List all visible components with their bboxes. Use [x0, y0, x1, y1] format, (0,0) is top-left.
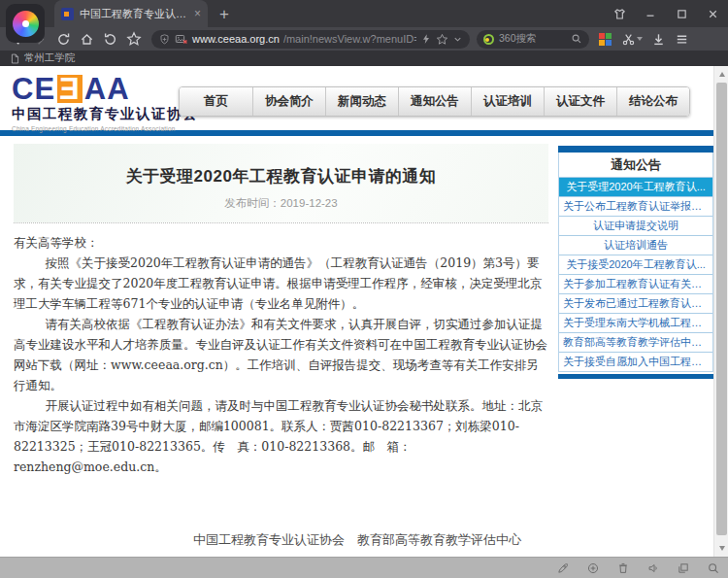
article-header: 关于受理2020年工程教育认证申请的通知 发布时间：2019-12-23 — [14, 144, 548, 222]
hamburger-icon — [675, 32, 689, 47]
sidebar-item-3[interactable]: 认证申请提交说明 — [559, 216, 712, 235]
nav-item-news[interactable]: 新闻动态 — [325, 87, 398, 116]
boost-rocket-icon[interactable] — [556, 561, 570, 575]
browser-tab[interactable]: 中国工程教育专业认证协会 × — [54, 0, 208, 27]
search-icon[interactable] — [571, 33, 582, 45]
nav-item-home[interactable]: 首页 — [180, 87, 252, 116]
apps-grid-icon — [599, 33, 612, 46]
browser-toolbar: www.ceeaa.org.cn/main!newsView.w?menuID=… — [0, 27, 728, 51]
nav-item-training[interactable]: 认证培训 — [471, 87, 544, 116]
paragraph-1: 按照《关于接受2020年工程教育认证申请的通告》（工程教育认证通告（2019）第… — [14, 253, 548, 314]
logo-word-left: CE — [12, 74, 55, 104]
scroll-up-button[interactable] — [714, 67, 728, 82]
minimize-icon — [644, 7, 657, 20]
url-host: www.ceeaa.org.cn — [192, 33, 280, 45]
triangle-down-icon — [719, 546, 725, 551]
skin-button[interactable] — [604, 0, 635, 27]
restore-session-button[interactable] — [99, 28, 121, 50]
minimize-button[interactable] — [635, 0, 666, 27]
scrollbar-thumb[interactable] — [716, 83, 727, 535]
sidebar-item-6[interactable]: 关于参加工程教育认证有关事宜... — [559, 274, 712, 293]
refresh-icon — [56, 32, 71, 47]
chevron-down-icon[interactable] — [452, 34, 463, 45]
site-speed-icon[interactable] — [586, 561, 600, 575]
lightning-icon[interactable] — [420, 33, 432, 45]
screenshot-caret-icon — [637, 37, 643, 41]
salutation: 有关高等学校： — [14, 232, 548, 253]
apps-grid-button[interactable] — [594, 28, 616, 50]
site-logo[interactable]: CEƎAA 中国工程教育专业认证协会 China Engineering Edu… — [12, 74, 198, 132]
page-icon — [10, 53, 20, 64]
downloads-button[interactable] — [647, 28, 670, 50]
sidebar-item-2[interactable]: 关于公布工程教育认证举报电话... — [559, 196, 712, 216]
logo-name-cn: 中国工程教育专业认证协会 — [12, 105, 198, 123]
zoom-icon[interactable] — [707, 561, 720, 575]
browser-logo[interactable] — [6, 4, 45, 43]
sidebar-item-10[interactable]: 关于接受自愿加入中国工程教育... — [559, 352, 712, 371]
article-body: 有关高等学校： 按照《关于接受2020年工程教育认证申请的通告》（工程教育认证通… — [14, 232, 548, 477]
browser-pinwheel-icon — [13, 11, 39, 37]
browser-titlebar: 中国工程教育专业认证协会 × + — [0, 0, 728, 27]
close-icon — [707, 8, 719, 20]
download-icon — [651, 32, 666, 47]
signature-line: 中国工程教育专业认证协会 教育部高等教育教学评估中心 — [14, 528, 548, 552]
favorites-button[interactable] — [122, 28, 145, 50]
logo-wordmark: CEƎAA — [12, 74, 198, 104]
images-blocked-icon[interactable] — [175, 32, 188, 46]
page-scrollbar[interactable] — [713, 66, 728, 557]
paragraph-2: 请有关高校依据《工程教育认证办法》和有关文件要求，认真开展自评，切实通过参加认证… — [14, 314, 548, 395]
star-icon — [126, 31, 142, 47]
sidebar-item-8[interactable]: 关于受理东南大学机械工程等6... — [559, 313, 712, 332]
site-favicon-icon — [61, 8, 74, 20]
bookmark-star-icon[interactable] — [436, 33, 448, 46]
trash-icon[interactable] — [616, 561, 630, 575]
triangle-up-icon — [719, 72, 725, 77]
sidebar-item-9[interactable]: 教育部高等教育教学评估中心中... — [559, 332, 712, 352]
maximize-icon — [676, 8, 688, 20]
sidebar-top-bar — [558, 146, 713, 153]
window-restore-icon[interactable] — [677, 561, 690, 575]
article-title: 关于受理2020年工程教育认证申请的通知 — [14, 165, 548, 187]
logo-word-right: AA — [84, 74, 130, 104]
home-icon — [80, 32, 94, 47]
refresh-button[interactable] — [52, 28, 75, 50]
site-shield-icon — [158, 33, 171, 46]
site-header: CEƎAA 中国工程教育专业认证协会 China Engineering Edu… — [0, 66, 713, 130]
sidebar-item-7[interactable]: 关于发布已通过工程教育认证专... — [559, 293, 712, 313]
mute-speaker-icon[interactable] — [646, 561, 660, 575]
scroll-down-button[interactable] — [714, 541, 728, 556]
menu-button[interactable] — [671, 28, 693, 50]
nav-item-results[interactable]: 结论公布 — [616, 87, 689, 116]
close-button[interactable] — [697, 0, 728, 27]
url-bar[interactable]: www.ceeaa.org.cn/main!newsView.w?menuID= — [151, 30, 470, 49]
bookmark-item[interactable]: 常州工学院 — [24, 51, 76, 65]
search-placeholder: 360搜索 — [499, 32, 566, 46]
browser-statusbar — [0, 557, 728, 578]
new-tab-button[interactable]: + — [219, 6, 229, 22]
sidebar-title: 通知公告 — [559, 153, 712, 177]
sidebar-item-5[interactable]: 关于接受2020年工程教育认... — [559, 255, 712, 274]
logo-name-en: China Engineering Education Accreditatio… — [12, 125, 198, 132]
nav-item-about[interactable]: 协会简介 — [252, 87, 325, 116]
home-button[interactable] — [76, 28, 98, 50]
search-engine-logo-icon — [483, 34, 494, 45]
notice-sidebar: 通知公告 关于受理2020年工程教育认... 关于公布工程教育认证举报电话...… — [558, 146, 713, 557]
nav-item-notices[interactable]: 通知公告 — [398, 87, 471, 116]
screenshot-button[interactable] — [617, 28, 646, 50]
sidebar-item-1[interactable]: 关于受理2020年工程教育认... — [559, 177, 712, 196]
scissors-icon — [621, 32, 636, 47]
url-path: /main!newsView.w?menuID= — [283, 33, 416, 45]
content-area: 关于受理2020年工程教育认证申请的通知 发布时间：2019-12-23 有关高… — [0, 136, 713, 557]
sidebar-list: 通知公告 关于受理2020年工程教育认... 关于公布工程教育认证举报电话...… — [558, 153, 713, 372]
main-nav: 首页 协会简介 新闻动态 通知公告 认证培训 认证文件 结论公布 — [179, 86, 690, 117]
maximize-button[interactable] — [666, 0, 697, 27]
window-controls — [604, 0, 728, 27]
bookmarks-bar: 常州工学院 — [0, 51, 728, 66]
notice-article: 关于受理2020年工程教育认证申请的通知 发布时间：2019-12-23 有关高… — [14, 144, 548, 557]
tab-close-icon[interactable]: × — [194, 8, 201, 19]
dotted-divider — [14, 222, 548, 223]
search-box[interactable]: 360搜索 — [477, 30, 589, 49]
sidebar-item-4[interactable]: 认证培训通告 — [559, 235, 712, 255]
logo-word-mid: Ǝ — [57, 75, 83, 103]
nav-item-documents[interactable]: 认证文件 — [544, 87, 616, 116]
